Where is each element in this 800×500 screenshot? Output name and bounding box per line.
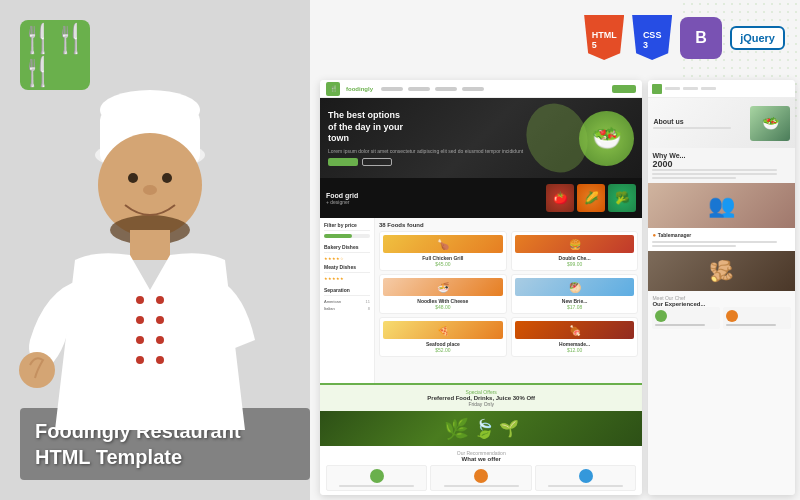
product-price-3: $48.00 — [383, 304, 503, 310]
wwo-icon-2 — [474, 469, 488, 483]
product-card-5[interactable]: 🍕 Seafood place $52.00 — [379, 317, 507, 357]
nav-brand: foodingly — [346, 86, 373, 92]
feature-title-1: ● Tablemanager — [652, 232, 791, 238]
left-panel: 🍴🍴🍴 — [0, 0, 310, 500]
herbs-strip: 🌿 🍃 🌱 — [320, 411, 642, 446]
jquery-badge: jQuery — [730, 26, 785, 50]
sep-item-1: American 11 — [324, 299, 370, 304]
product-card-1[interactable]: 🍗 Full Chicken Grill $45.00 — [379, 231, 507, 271]
side-link-2 — [683, 87, 698, 90]
svg-point-6 — [162, 173, 172, 183]
chef-illustration — [15, 60, 285, 440]
why-year: 2000 — [652, 159, 791, 169]
side-about-label: About us — [653, 118, 750, 125]
side-link-1 — [665, 87, 680, 90]
why-line-2 — [652, 173, 777, 175]
nav-link-1 — [381, 87, 403, 91]
product-img-5: 🍕 — [383, 321, 503, 339]
food-grid-items: 🍅 🌽 🥦 — [546, 184, 636, 212]
food-grid-section: Food grid + designer 🍅 🌽 🥦 — [320, 178, 642, 218]
product-row-3: 🍕 Seafood place $52.00 🍖 Homemade... $12… — [379, 317, 638, 357]
products-area: Filter by price Bakery Dishes ★★★★☆ Meat… — [320, 218, 642, 383]
mortar-image: 🫚 — [648, 251, 795, 291]
sidebar-filter: Filter by price — [324, 222, 370, 238]
side-hero-image: 🥗 — [750, 106, 790, 141]
feat-line-1 — [652, 241, 777, 243]
wwo-text-1 — [339, 485, 414, 487]
stars-2: ★★★★★ — [324, 276, 370, 281]
price-slider[interactable] — [324, 234, 370, 238]
svg-rect-8 — [130, 230, 170, 260]
mockup-navbar: 🍴 foodingly — [320, 80, 642, 98]
svg-point-16 — [156, 356, 164, 364]
svg-point-2 — [100, 90, 200, 130]
side-mockup: About us 🥗 Why We... 2000 👥 — [648, 80, 795, 495]
wwo-icon-1 — [370, 469, 384, 483]
wwo-title: What we offer — [326, 456, 636, 462]
mockup-container: 🍴 foodingly The best options of the day … — [320, 80, 795, 495]
product-card-6[interactable]: 🍖 Homemade... $12.00 — [511, 317, 639, 357]
price-slider-fill — [324, 234, 352, 238]
svg-point-13 — [156, 296, 164, 304]
nav-logo: 🍴 — [326, 82, 340, 96]
hero-primary-btn[interactable] — [328, 158, 358, 166]
hero-section: The best options of the day in your town… — [320, 98, 642, 178]
side-about-line — [653, 127, 730, 129]
side-hero: About us 🥗 — [648, 98, 795, 148]
chef-cards — [652, 307, 791, 329]
product-price-5: $52.00 — [383, 347, 503, 353]
hero-buttons — [328, 158, 569, 166]
products-count: 38 Foods found — [379, 222, 638, 228]
sep-item-2: Italian 8 — [324, 306, 370, 311]
svg-point-7 — [143, 185, 157, 195]
why-we-section: Why We... 2000 — [648, 148, 795, 183]
food-img-2: 🌽 — [577, 184, 605, 212]
product-row-2: 🍜 Noodles With Cheese $48.00 🥙 New Brie.… — [379, 274, 638, 314]
product-card-4[interactable]: 🥙 New Brie... $17.08 — [511, 274, 639, 314]
svg-point-15 — [156, 336, 164, 344]
nav-cta-button[interactable] — [612, 85, 636, 93]
chef-avatar-1 — [655, 310, 667, 322]
herbs-emoji-1: 🌿 — [444, 417, 469, 441]
why-line-1 — [652, 169, 777, 171]
herbs-emoji-3: 🌱 — [499, 419, 519, 438]
offers-promo: Friday Only — [326, 401, 636, 407]
wwo-card-3 — [535, 465, 636, 491]
why-text-lines — [652, 169, 791, 179]
hero-secondary-btn[interactable] — [362, 158, 392, 166]
css3-badge: CSS3 — [632, 15, 672, 60]
wwo-text-2 — [444, 485, 519, 487]
nav-link-4 — [462, 87, 484, 91]
svg-point-5 — [128, 173, 138, 183]
svg-point-11 — [136, 336, 144, 344]
product-img-4: 🥙 — [515, 278, 635, 296]
why-line-3 — [652, 177, 735, 179]
feature-text-1 — [652, 241, 791, 247]
features-section: ● Tablemanager — [648, 228, 795, 251]
sidebar-meat-title: Meaty Dishes — [324, 264, 370, 273]
nav-link-3 — [435, 87, 457, 91]
food-grid-subtitle: + designer — [326, 199, 538, 205]
product-price-1: $45.00 — [383, 261, 503, 267]
products-grid: 38 Foods found 🍗 Full Chicken Grill $45.… — [375, 218, 642, 383]
side-link-3 — [701, 87, 716, 90]
right-panel: HTML5 CSS3 B jQuery 🍴 foodingly — [310, 0, 800, 500]
chef-name-line-1 — [655, 324, 704, 326]
products-sidebar: Filter by price Bakery Dishes ★★★★☆ Meat… — [320, 218, 375, 383]
side-nav-links — [665, 87, 716, 90]
product-card-2[interactable]: 🍔 Double Che... $99.00 — [511, 231, 639, 271]
chef-avatar-2 — [726, 310, 738, 322]
sidebar-categories: Bakery Dishes ★★★★☆ Meaty Dishes ★★★★★ — [324, 244, 370, 281]
nav-links — [381, 87, 484, 91]
bootstrap-badge: B — [680, 17, 722, 59]
product-price-2: $99.00 — [515, 261, 635, 267]
wwo-card-2 — [430, 465, 531, 491]
product-row-1: 🍗 Full Chicken Grill $45.00 🍔 Double Che… — [379, 231, 638, 271]
sidebar-separator: Separation American 11 Italian 8 — [324, 287, 370, 311]
feat-line-2 — [652, 245, 735, 247]
product-img-6: 🍖 — [515, 321, 635, 339]
stars-1: ★★★★☆ — [324, 256, 370, 261]
product-card-3[interactable]: 🍜 Noodles With Cheese $48.00 — [379, 274, 507, 314]
product-price-4: $17.08 — [515, 304, 635, 310]
wwo-cards-row — [326, 465, 636, 491]
